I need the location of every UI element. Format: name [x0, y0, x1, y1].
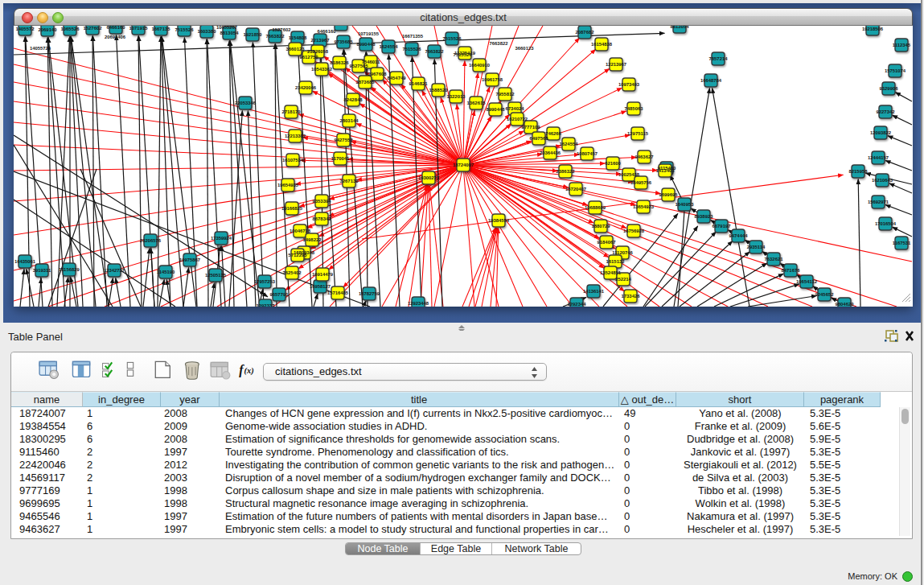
svg-text:12213302: 12213302	[285, 134, 306, 138]
svg-text:1667135: 1667135	[152, 27, 171, 31]
svg-text:12975115: 12975115	[627, 131, 649, 136]
svg-text:19300273: 19300273	[418, 175, 440, 180]
svg-text:1170041: 1170041	[331, 156, 350, 161]
svg-text:9657791: 9657791	[270, 292, 290, 297]
svg-text:1588520: 1588520	[429, 88, 449, 93]
svg-text:16435061: 16435061	[14, 259, 36, 264]
svg-text:7663822: 7663822	[490, 41, 509, 46]
svg-text:12093822: 12093822	[870, 130, 892, 135]
svg-text:9146821: 9146821	[409, 81, 429, 86]
svg-text:1615132: 1615132	[606, 259, 626, 264]
svg-text:1921850: 1921850	[244, 32, 263, 37]
svg-text:8990448: 8990448	[357, 42, 376, 47]
svg-text:1065526: 1065526	[61, 27, 80, 31]
svg-text:19384554: 19384554	[488, 218, 510, 223]
svg-text:8454749: 8454749	[388, 76, 407, 80]
svg-text:8813054: 8813054	[671, 26, 690, 29]
svg-text:1624554: 1624554	[560, 142, 579, 146]
svg-text:9612750: 9612750	[300, 55, 319, 60]
svg-text:16640910: 16640910	[469, 63, 491, 68]
svg-text:7515526: 7515526	[443, 36, 462, 41]
svg-text:16210643: 16210643	[872, 178, 893, 183]
svg-text:13524851: 13524851	[600, 270, 622, 275]
svg-text:7663822: 7663822	[425, 49, 445, 54]
svg-text:252214: 252214	[615, 277, 631, 282]
svg-text:3660123: 3660123	[286, 47, 306, 51]
svg-text:7632621: 7632621	[765, 257, 784, 262]
svg-text:10046718: 10046718	[290, 229, 311, 233]
svg-text:9463627: 9463627	[635, 154, 655, 159]
svg-text:9427552: 9427552	[335, 138, 354, 142]
svg-text:10688609: 10688609	[585, 205, 606, 210]
svg-text:7515526: 7515526	[454, 52, 473, 57]
svg-text:7663822: 7663822	[266, 34, 285, 39]
svg-text:11156829: 11156829	[59, 267, 80, 272]
svg-text:15692971: 15692971	[868, 200, 889, 204]
svg-text:12342737: 12342737	[104, 268, 125, 273]
svg-text:621600: 621600	[605, 161, 621, 166]
svg-text:1498222: 1498222	[303, 237, 322, 242]
svg-text:9353394: 9353394	[313, 199, 332, 204]
svg-text:8938923: 8938923	[695, 214, 714, 219]
svg-text:1322013: 1322013	[447, 94, 466, 99]
svg-text:1413403: 1413403	[656, 168, 676, 173]
svg-text:20364436: 20364436	[540, 150, 561, 155]
svg-text:9184067: 9184067	[598, 240, 617, 245]
svg-text:1292337: 1292337	[257, 303, 276, 307]
svg-text:7955812: 7955812	[496, 92, 515, 97]
svg-text:16671355: 16671355	[402, 34, 424, 39]
svg-text:16756928: 16756928	[623, 229, 645, 233]
svg-text:15751074: 15751074	[885, 68, 906, 73]
svg-text:15720407: 15720407	[565, 187, 587, 192]
svg-text:8678342: 8678342	[313, 216, 332, 221]
svg-text:1640953: 1640953	[676, 202, 695, 207]
svg-text:14136141: 14136141	[583, 289, 605, 294]
svg-text:8813054: 8813054	[220, 31, 240, 35]
svg-text:8471676: 8471676	[782, 268, 801, 273]
svg-text:12213967: 12213967	[606, 62, 627, 67]
svg-text:13654923: 13654923	[633, 204, 655, 209]
svg-text:9735685: 9735685	[335, 39, 354, 44]
svg-text:1527602: 1527602	[273, 27, 292, 32]
svg-text:18495756: 18495756	[630, 180, 652, 185]
svg-text:16210722: 16210722	[507, 117, 528, 122]
svg-text:1292344: 1292344	[568, 302, 587, 307]
svg-text:3919311: 3919311	[33, 268, 51, 273]
svg-text:3267130: 3267130	[340, 179, 359, 183]
svg-text:16033809: 16033809	[331, 26, 352, 27]
svg-text:9777109: 9777109	[522, 125, 541, 130]
svg-text:2069140: 2069140	[39, 27, 58, 32]
svg-text:10961758: 10961758	[482, 77, 503, 82]
svg-text:16958127: 16958127	[310, 284, 331, 289]
svg-text:17359924: 17359924	[211, 236, 232, 241]
svg-text:9245652: 9245652	[815, 292, 835, 297]
svg-text:3873685: 3873685	[356, 80, 376, 84]
svg-text:(x): (x)	[244, 366, 254, 376]
svg-text:17957253: 17957253	[254, 279, 276, 284]
svg-text:10973493: 10973493	[618, 82, 640, 87]
svg-text:1145190: 1145190	[157, 270, 175, 274]
svg-text:16107534: 16107534	[282, 158, 304, 163]
svg-text:1112345: 1112345	[893, 43, 911, 47]
svg-text:23420046: 23420046	[295, 85, 317, 90]
svg-text:2803144: 2803144	[340, 118, 359, 123]
svg-text:19218506: 19218506	[862, 27, 884, 31]
svg-text:19975867: 19975867	[179, 257, 201, 262]
svg-text:10655267: 10655267	[216, 26, 238, 30]
svg-text:1071915: 1071915	[129, 26, 149, 31]
svg-text:9699695: 9699695	[659, 192, 679, 197]
svg-text:9227342: 9227342	[877, 109, 896, 114]
svg-text:1405572: 1405572	[16, 27, 35, 31]
svg-text:20691406: 20691406	[105, 35, 126, 39]
svg-text:23226058: 23226058	[307, 49, 329, 54]
svg-text:2967608: 2967608	[368, 72, 388, 76]
svg-text:1624554: 1624554	[380, 44, 399, 49]
svg-text:2087682: 2087682	[576, 30, 595, 35]
svg-text:1362615: 1362615	[467, 101, 487, 105]
svg-text:5712295: 5712295	[289, 253, 308, 257]
svg-text:1154808: 1154808	[289, 35, 307, 40]
svg-text:14055724: 14055724	[30, 46, 51, 51]
svg-text:7546011: 7546011	[362, 60, 380, 64]
svg-text:6497568: 6497568	[530, 136, 549, 141]
svg-text:2213967: 2213967	[311, 38, 331, 43]
